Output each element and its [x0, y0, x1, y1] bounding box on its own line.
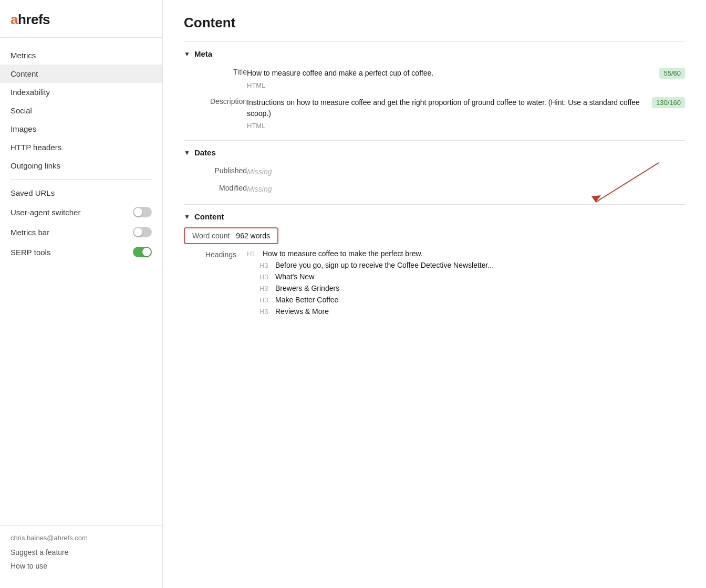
dates-section-title: Dates [194, 148, 216, 157]
sidebar-item-label: HTTP headers [11, 143, 61, 152]
heading-tag-h3-3: H3 [259, 284, 271, 292]
description-row: Description Instructions on how to measu… [184, 94, 685, 134]
sidebar-bottom: chris.haines@ahrefs.com Suggest a featur… [0, 525, 162, 588]
metrics-bar-row: Metrics bar [0, 222, 162, 242]
heading-tag-h3-5: H3 [259, 307, 271, 316]
page-title: Content [184, 15, 685, 31]
heading-h3-2: H3 What's New [247, 272, 685, 281]
sidebar-item-label: Images [11, 124, 36, 133]
sidebar-item-label: Content [11, 69, 38, 78]
heading-text-h1: How to measure coffee to make the perfec… [263, 249, 423, 258]
logo-area: ahrefs [0, 0, 162, 38]
dates-section-header[interactable]: ▼ Dates [184, 141, 685, 163]
heading-tag-h3-1: H3 [259, 261, 271, 269]
title-badge: 55/60 [659, 68, 685, 79]
sidebar-item-label: Social [11, 106, 32, 115]
heading-text-h3-4: Make Better Coffee [275, 296, 338, 304]
nav-section: Metrics Content Indexability Social Imag… [0, 38, 162, 266]
metrics-bar-label: Metrics bar [11, 228, 49, 237]
dates-arrow-icon: ▼ [184, 149, 190, 156]
logo-brand: hrefs [18, 12, 50, 27]
title-row: Title How to measure coffee and make a p… [184, 65, 685, 94]
description-value: Instructions on how to measure coffee an… [247, 94, 643, 134]
heading-text-h3-1: Before you go, sign up to receive the Co… [275, 261, 494, 269]
sidebar-item-metrics[interactable]: Metrics [0, 46, 162, 65]
sidebar-item-label: Metrics [11, 51, 36, 60]
logo-a: a [11, 12, 18, 27]
modified-missing: Missing [247, 185, 272, 193]
sidebar-item-http-headers[interactable]: HTTP headers [0, 138, 162, 156]
sidebar-item-content[interactable]: Content [0, 65, 162, 83]
heading-text-h3-5: Reviews & More [275, 307, 329, 316]
sidebar: ahrefs Metrics Content Indexability Soci… [0, 0, 163, 588]
heading-h1: H1 How to measure coffee to make the per… [247, 249, 685, 258]
meta-table: Title How to measure coffee and make a p… [184, 65, 685, 134]
description-badge-cell: 130/160 [643, 94, 685, 134]
serp-tools-label: SERP tools [11, 248, 50, 257]
title-label: Title [184, 65, 247, 94]
description-text: Instructions on how to measure coffee an… [247, 97, 643, 119]
content-section-header[interactable]: ▼ Content [184, 205, 685, 227]
sidebar-item-indexability[interactable]: Indexability [0, 83, 162, 101]
heading-text-h3-2: What's New [275, 272, 314, 281]
heading-tag-h1: H1 [247, 249, 258, 258]
serp-tools-toggle[interactable] [133, 247, 152, 257]
published-row: Published Missing [184, 163, 685, 181]
heading-text-h3-3: Brewers & Grinders [275, 284, 339, 292]
sidebar-item-label: Indexability [11, 88, 50, 97]
user-email: chris.haines@ahrefs.com [11, 534, 152, 542]
title-html[interactable]: HTML [247, 80, 643, 91]
title-value: How to measure coffee and make a perfect… [247, 65, 643, 94]
sidebar-item-label: Saved URLs [11, 188, 55, 197]
published-label: Published [184, 163, 247, 181]
heading-tag-h3-4: H3 [259, 296, 271, 304]
user-agent-label: User-agent switcher [11, 208, 80, 217]
title-text: How to measure coffee and make a perfect… [247, 68, 643, 79]
sidebar-item-social[interactable]: Social [0, 101, 162, 120]
word-count-box: Word count 962 words [184, 227, 278, 244]
heading-h3-1: H3 Before you go, sign up to receive the… [247, 261, 685, 269]
logo[interactable]: ahrefs [11, 12, 152, 28]
user-agent-row: User-agent switcher [0, 202, 162, 222]
title-badge-cell: 55/60 [643, 65, 685, 94]
heading-h3-3: H3 Brewers & Grinders [247, 284, 685, 292]
content-arrow-icon: ▼ [184, 213, 190, 220]
sidebar-item-label: Outgoing links [11, 161, 60, 170]
sidebar-item-images[interactable]: Images [0, 120, 162, 138]
headings-label: Headings [184, 249, 247, 259]
user-agent-toggle[interactable] [133, 207, 152, 217]
headings-row: Headings H1 How to measure coffee to mak… [184, 249, 685, 319]
nav-divider [11, 179, 152, 180]
meta-section-header[interactable]: ▼ Meta [184, 42, 685, 65]
sidebar-item-outgoing-links[interactable]: Outgoing links [0, 156, 162, 175]
main-content: Content ▼ Meta Title How to measure coff… [163, 0, 706, 588]
meta-section-title: Meta [194, 49, 212, 58]
heading-h3-4: H3 Make Better Coffee [247, 296, 685, 304]
dates-table: Published Missing Modified Missing [184, 163, 685, 198]
headings-list: H1 How to measure coffee to make the per… [247, 249, 685, 319]
word-count-value: 962 words [236, 232, 270, 240]
serp-tools-row: SERP tools [0, 242, 162, 262]
published-value: Missing [247, 163, 643, 181]
metrics-bar-toggle[interactable] [133, 227, 152, 237]
heading-tag-h3-2: H3 [259, 272, 271, 281]
description-badge: 130/160 [652, 97, 685, 108]
description-html[interactable]: HTML [247, 121, 643, 131]
modified-label: Modified [184, 181, 247, 198]
how-to-use-link[interactable]: How to use [11, 562, 152, 570]
description-label: Description [184, 94, 247, 134]
meta-arrow-icon: ▼ [184, 50, 190, 58]
heading-h3-5: H3 Reviews & More [247, 307, 685, 316]
modified-value: Missing [247, 181, 643, 198]
published-missing: Missing [247, 167, 272, 176]
modified-row: Modified Missing [184, 181, 685, 198]
word-count-label: Word count [192, 232, 230, 240]
content-section-wrapper: ▼ Content Word count 962 words Headings … [184, 205, 685, 319]
word-count-row: Word count 962 words [184, 227, 685, 244]
suggest-feature-link[interactable]: Suggest a feature [11, 548, 152, 556]
content-section-title: Content [194, 212, 224, 221]
sidebar-item-saved-urls[interactable]: Saved URLs [0, 184, 162, 202]
